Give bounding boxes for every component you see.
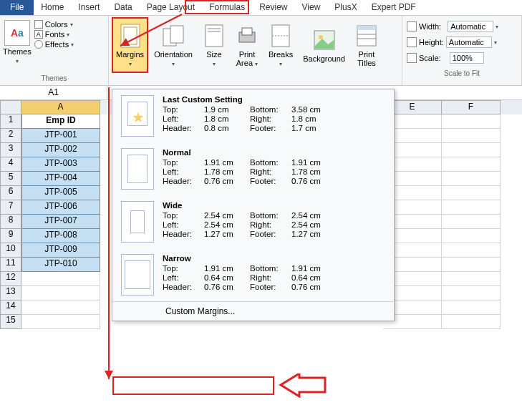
row-header[interactable]: 14 bbox=[0, 301, 21, 315]
breaks-button[interactable]: Breaks▾ bbox=[264, 17, 297, 73]
tab-home[interactable]: Home bbox=[34, 0, 71, 15]
fonts-icon: A bbox=[34, 30, 43, 39]
cell-data[interactable]: JTP-008 bbox=[21, 229, 100, 243]
scale-width[interactable]: Width: ▾ bbox=[407, 19, 517, 34]
group-label-pagesetup bbox=[112, 74, 399, 84]
themes-button[interactable]: Themes▾ bbox=[3, 47, 32, 64]
row-header[interactable]: 15 bbox=[0, 315, 21, 329]
cell-empty[interactable] bbox=[442, 172, 501, 186]
tab-expertpdf[interactable]: Expert PDF bbox=[364, 0, 423, 15]
col-header-a[interactable]: A bbox=[21, 100, 100, 114]
size-button[interactable]: Size▾ bbox=[198, 17, 230, 73]
scale-height[interactable]: Height:▾ bbox=[407, 34, 517, 50]
margins-preset-normal[interactable]: Normal Top:1.91 cmBottom:1.91 cm Left:1.… bbox=[112, 142, 394, 195]
svg-rect-3 bbox=[170, 26, 183, 43]
row-header[interactable]: 5 bbox=[0, 172, 21, 186]
row-header[interactable]: 9 bbox=[0, 229, 21, 243]
margins-preset-narrow[interactable]: Narrow Top:1.91 cmBottom:1.91 cm Left:0.… bbox=[112, 248, 394, 301]
height-input[interactable] bbox=[446, 36, 492, 48]
tab-file[interactable]: File bbox=[0, 0, 34, 15]
cell-empty[interactable] bbox=[442, 157, 501, 172]
row-header[interactable]: 6 bbox=[0, 186, 21, 200]
cell-empty[interactable] bbox=[442, 243, 501, 258]
cell-empty[interactable] bbox=[442, 258, 501, 272]
margins-button[interactable]: Margins▾ bbox=[112, 17, 148, 73]
themes-colors[interactable]: Colors ▾ bbox=[34, 20, 74, 29]
tab-review[interactable]: Review bbox=[252, 0, 294, 15]
cell-empty[interactable] bbox=[21, 286, 100, 301]
background-button[interactable]: Background bbox=[299, 17, 349, 73]
cell-data[interactable]: JTP-006 bbox=[21, 200, 100, 215]
select-all-corner[interactable] bbox=[0, 100, 21, 114]
cell-header[interactable]: Emp ID bbox=[21, 114, 100, 129]
tab-view[interactable]: View bbox=[295, 0, 328, 15]
cell-empty[interactable] bbox=[21, 301, 100, 315]
cell-empty[interactable] bbox=[442, 129, 501, 143]
cell-empty[interactable] bbox=[442, 200, 501, 215]
cell-empty[interactable] bbox=[442, 114, 501, 129]
svg-rect-14 bbox=[357, 26, 376, 30]
scale-input[interactable] bbox=[450, 52, 484, 64]
cell-empty[interactable] bbox=[442, 301, 501, 315]
orientation-icon bbox=[162, 23, 185, 49]
tab-page-layout[interactable]: Page Layout bbox=[140, 0, 202, 15]
cell-data[interactable]: JTP-009 bbox=[21, 243, 100, 258]
colors-icon bbox=[34, 20, 43, 29]
cell-empty[interactable] bbox=[442, 286, 501, 301]
cell-empty[interactable] bbox=[21, 315, 100, 329]
print-area-button[interactable]: Print Area ▾ bbox=[231, 17, 263, 73]
scale-pct[interactable]: Scale: bbox=[407, 50, 517, 66]
width-input[interactable] bbox=[448, 21, 493, 32]
col-header-f[interactable]: F bbox=[442, 100, 501, 114]
cell-data[interactable]: JTP-002 bbox=[21, 143, 100, 157]
name-box[interactable]: A1 bbox=[0, 86, 107, 99]
cell-empty[interactable] bbox=[442, 186, 501, 200]
tab-formulas[interactable]: Formulas bbox=[202, 0, 252, 15]
svg-rect-8 bbox=[242, 28, 252, 35]
margins-dropdown: ★ Last Custom Setting Top:1.9 cmBottom:3… bbox=[112, 89, 395, 321]
row-header[interactable]: 10 bbox=[0, 243, 21, 258]
row-header[interactable]: 13 bbox=[0, 286, 21, 301]
margin-thumb-icon bbox=[121, 148, 154, 190]
cell-empty[interactable] bbox=[442, 143, 501, 157]
margin-thumb-icon: ★ bbox=[121, 95, 154, 137]
row-header[interactable]: 4 bbox=[0, 157, 21, 172]
background-icon bbox=[313, 27, 336, 53]
scale-icon bbox=[407, 53, 417, 63]
row-header[interactable]: 12 bbox=[0, 272, 21, 286]
cell-data[interactable]: JTP-005 bbox=[21, 186, 100, 200]
themes-effects[interactable]: Effects ▾ bbox=[34, 40, 74, 49]
cell-data[interactable]: JTP-004 bbox=[21, 172, 100, 186]
themes-fonts[interactable]: AFonts ▾ bbox=[34, 30, 74, 39]
group-label-themes: Themes bbox=[3, 74, 105, 84]
row-header[interactable]: 11 bbox=[0, 258, 21, 272]
margin-thumb-icon bbox=[121, 254, 154, 296]
row-header[interactable]: 2 bbox=[0, 129, 21, 143]
custom-margins-menuitem[interactable]: Custom Margins... bbox=[112, 301, 394, 321]
cell-empty[interactable] bbox=[21, 272, 100, 286]
margins-preset-wide[interactable]: Wide Top:2.54 cmBottom:2.54 cm Left:2.54… bbox=[112, 195, 394, 248]
margins-icon bbox=[119, 23, 142, 49]
row-header[interactable]: 7 bbox=[0, 200, 21, 215]
highlight-custom-margins bbox=[112, 376, 274, 395]
cell-empty[interactable] bbox=[442, 315, 501, 329]
width-icon bbox=[407, 21, 417, 31]
tab-data[interactable]: Data bbox=[107, 0, 139, 15]
cell-empty[interactable] bbox=[442, 215, 501, 229]
ribbon-tabstrip: File Home Insert Data Page Layout Formul… bbox=[0, 0, 522, 16]
row-header[interactable]: 8 bbox=[0, 215, 21, 229]
orientation-button[interactable]: Orientation▾ bbox=[150, 17, 197, 73]
tab-insert[interactable]: Insert bbox=[71, 0, 107, 15]
cell-data[interactable]: JTP-010 bbox=[21, 258, 100, 272]
cell-empty[interactable] bbox=[442, 229, 501, 243]
row-header[interactable]: 3 bbox=[0, 143, 21, 157]
tab-plusx[interactable]: PlusX bbox=[327, 0, 364, 15]
print-titles-button[interactable]: Print Titles bbox=[351, 17, 382, 73]
margins-preset-last[interactable]: ★ Last Custom Setting Top:1.9 cmBottom:3… bbox=[112, 89, 394, 142]
cell-empty[interactable] bbox=[442, 272, 501, 286]
row-header[interactable]: 1 bbox=[0, 114, 21, 129]
cell-data[interactable]: JTP-007 bbox=[21, 215, 100, 229]
cell-data[interactable]: JTP-003 bbox=[21, 157, 100, 172]
cell-data[interactable]: JTP-001 bbox=[21, 129, 100, 143]
breaks-icon bbox=[269, 23, 292, 49]
